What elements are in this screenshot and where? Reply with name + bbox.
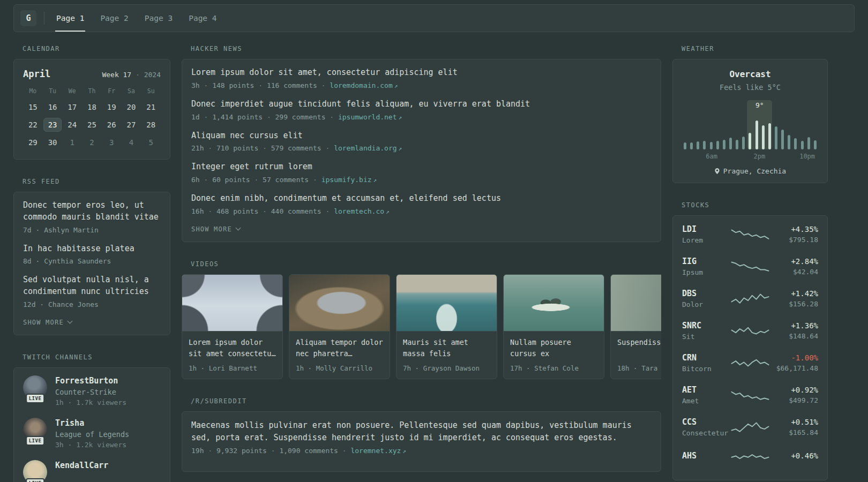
stock-row: CRNBitcorn-1.00%$66,171.48: [682, 353, 818, 373]
item-comments-link[interactable]: 440 comments: [271, 207, 321, 215]
app-logo[interactable]: G: [20, 10, 36, 26]
calendar-day: 26: [102, 118, 121, 132]
weather-bar: [807, 137, 810, 149]
stock-sparkline: [731, 420, 769, 435]
stock-change: +2.84%: [769, 257, 818, 266]
weather-bar: [736, 140, 738, 149]
reddit-item-title[interactable]: Maecenas mollis pulvinar erat non posuer…: [191, 419, 652, 445]
calendar-year: 2024: [144, 71, 161, 79]
videos-widget: VIDEOS Lorem ipsum dolor sit amet consec…: [182, 260, 661, 379]
item-domain-link[interactable]: ipsumify.biz: [321, 176, 372, 184]
item-comments-link[interactable]: 1,090 comments: [279, 447, 338, 455]
twitch-channel[interactable]: LIVEKendallCarr: [23, 460, 161, 482]
video-title[interactable]: Nullam posuere cursus ex: [510, 337, 597, 359]
weather-bar: [788, 135, 790, 149]
video-card[interactable]: Lorem ipsum dolor sit amet consectetu…1h…: [182, 274, 283, 379]
external-link-icon: ↗: [399, 145, 402, 152]
twitch-avatar: LIVE: [23, 418, 47, 442]
rss-item-title[interactable]: Donec tempor eros leo, ut commodo mauris…: [23, 200, 161, 223]
item-domain-link[interactable]: loremdomain.com: [330, 81, 392, 89]
twitch-channel[interactable]: LIVEForrestBurtonCounter-Strike1h · 1.7k…: [23, 375, 161, 406]
hackernews-item-title[interactable]: Integer eget rutrum lorem: [191, 161, 652, 173]
calendar-day-header: Fr: [102, 87, 122, 95]
video-title[interactable]: Suspendisse diam: [617, 337, 661, 359]
video-card[interactable]: Nullam posuere cursus ex17h · Stefan Col…: [503, 274, 604, 379]
calendar-day-header: Mo: [23, 87, 43, 95]
item-age: 16h: [191, 207, 204, 215]
hackernews-item-title[interactable]: Aliquam nec cursus elit: [191, 130, 652, 142]
hackernews-item-meta: 1d · 1,414 points · 299 comments · ipsum…: [191, 113, 652, 121]
weather-bar: [781, 130, 784, 149]
rss-item-title[interactable]: Sed volutpat nulla nisl, a condimentum n…: [23, 274, 161, 298]
item-comments-link[interactable]: 57 comments: [263, 176, 309, 184]
stock-row: DBSDolor+1.42%$156.28: [682, 289, 818, 308]
video-title[interactable]: Mauris sit amet massa felis: [403, 337, 490, 359]
item-domain-link[interactable]: loremlandia.org: [334, 144, 396, 152]
item-comments-link[interactable]: 116 comments: [267, 81, 317, 89]
video-card[interactable]: Aliquam tempor dolor nec pharetra…1h · M…: [289, 274, 390, 379]
nav-tab-page-3[interactable]: Page 3: [144, 5, 174, 32]
calendar-day: 15: [24, 100, 42, 114]
rss-widget: RSS FEED Donec tempor eros leo, ut commo…: [13, 178, 170, 335]
item-comments-link[interactable]: 299 comments: [275, 113, 326, 121]
stock-change: +1.36%: [769, 321, 818, 330]
calendar-day: 4: [122, 135, 140, 149]
video-thumbnail-camera-hands: [289, 275, 390, 332]
nav-tab-page-1[interactable]: Page 1: [55, 5, 85, 32]
twitch-channel-name[interactable]: KendallCarr: [55, 461, 108, 470]
nav-tab-page-2[interactable]: Page 2: [99, 5, 129, 32]
rss-widget-title: RSS FEED: [23, 178, 170, 185]
stock-sparkline: [731, 449, 769, 464]
hackernews-item-title[interactable]: Lorem ipsum dolor sit amet, consectetur …: [191, 67, 652, 79]
video-card[interactable]: Suspendisse diam18h · Tara: [610, 274, 661, 379]
weather-bars: [684, 114, 817, 149]
stock-row: SNRCSit+1.36%$148.64: [682, 321, 818, 341]
calendar-day: 27: [122, 118, 140, 132]
twitch-channel-name[interactable]: Trisha: [55, 418, 129, 428]
twitch-channel[interactable]: LIVETrishaLeague of Legends3h · 1.2k vie…: [23, 418, 161, 449]
nav-tab-page-4[interactable]: Page 4: [188, 5, 218, 32]
item-domain-link[interactable]: loremtech.co: [334, 207, 384, 215]
chevron-down-icon: [235, 225, 241, 231]
calendar-day: 16: [43, 100, 62, 114]
twitch-channel-name[interactable]: ForrestBurton: [55, 376, 126, 386]
meta-separator: ·: [204, 447, 216, 455]
calendar-day-header: Tu: [43, 87, 63, 95]
calendar-day: 21: [142, 100, 160, 114]
subreddit-card: Maecenas mollis pulvinar erat non posuer…: [182, 411, 661, 472]
rss-item-title[interactable]: In hac habitasse platea: [23, 243, 161, 255]
twitch-channel-game[interactable]: Counter-Strike: [55, 388, 126, 396]
video-meta: 1h · Lori Barnett: [189, 364, 276, 372]
video-title[interactable]: Aliquam tempor dolor nec pharetra…: [296, 337, 383, 359]
weather-bar: [703, 141, 706, 150]
stock-name: Amet: [682, 397, 731, 405]
item-points: 9,932 points: [216, 447, 267, 455]
hackernews-item-title[interactable]: Donec enim nibh, condimentum et accumsan…: [191, 193, 652, 205]
item-domain-link[interactable]: ipsumworld.net: [338, 113, 397, 121]
video-card[interactable]: Mauris sit amet massa felis7h · Grayson …: [396, 274, 497, 379]
calendar-day: 19: [102, 100, 121, 114]
weather-bar: [742, 137, 745, 149]
hackernews-item: Lorem ipsum dolor sit amet, consectetur …: [191, 67, 652, 89]
calendar-widget-title: CALENDAR: [23, 45, 170, 52]
twitch-channel-game[interactable]: League of Legends: [55, 430, 129, 439]
meta-separator: ·: [200, 81, 212, 89]
stock-row: AETAmet+0.92%$499.72: [682, 385, 818, 405]
video-meta: 18h · Tara: [617, 364, 661, 372]
external-link-icon: ↗: [373, 177, 377, 184]
video-title[interactable]: Lorem ipsum dolor sit amet consectetu…: [189, 337, 276, 359]
item-domain-link[interactable]: loremnet.xyz: [350, 447, 401, 455]
calendar-day-header: We: [62, 87, 82, 95]
meta-separator: ·: [263, 113, 275, 121]
calendar-week-year: Week 17 · 2024: [102, 71, 161, 79]
weather-bar: [723, 140, 725, 149]
stock-info: LDILorem: [682, 224, 731, 244]
stock-row: LDILorem+4.35%$795.18: [682, 224, 818, 244]
weather-location: Prague, Czechia: [723, 167, 786, 175]
rss-list: Donec tempor eros leo, ut commodo mauris…: [23, 200, 161, 308]
rss-item-meta: 7d · Ashlyn Martin: [23, 226, 99, 234]
hackernews-show-more-button[interactable]: SHOW MORE: [191, 224, 240, 234]
rss-show-more-button[interactable]: SHOW MORE: [23, 318, 72, 327]
hackernews-item-title[interactable]: Donec imperdiet augue tincidunt felis al…: [191, 99, 652, 110]
item-comments-link[interactable]: 579 comments: [271, 144, 321, 152]
